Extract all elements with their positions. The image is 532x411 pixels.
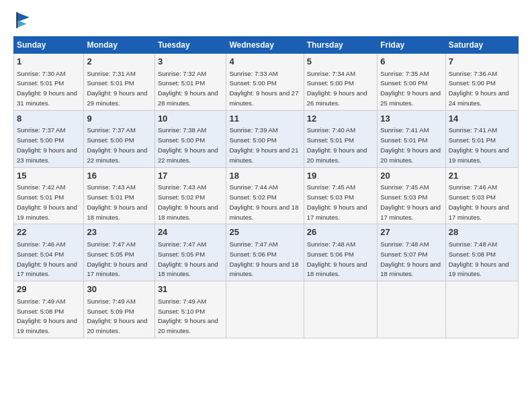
calendar-body: 1Sunrise: 7:30 AMSunset: 5:01 PMDaylight… bbox=[14, 54, 519, 338]
day-cell-27: 27Sunrise: 7:48 AMSunset: 5:07 PMDayligh… bbox=[378, 224, 445, 281]
day-info: Sunrise: 7:32 AMSunset: 5:01 PMDaylight:… bbox=[158, 70, 218, 107]
week-row-4: 22Sunrise: 7:46 AMSunset: 5:04 PMDayligh… bbox=[14, 224, 519, 281]
day-number: 3 bbox=[158, 56, 224, 68]
day-number: 23 bbox=[87, 226, 151, 238]
day-info: Sunrise: 7:39 AMSunset: 5:00 PMDaylight:… bbox=[229, 126, 298, 163]
week-row-3: 15Sunrise: 7:42 AMSunset: 5:01 PMDayligh… bbox=[14, 167, 519, 224]
weekday-header-row: Sunday Monday Tuesday Wednesday Thursday… bbox=[14, 37, 519, 54]
header bbox=[13, 11, 519, 30]
day-cell-31: 31Sunrise: 7:49 AMSunset: 5:10 PMDayligh… bbox=[154, 281, 226, 338]
day-number: 29 bbox=[17, 283, 81, 295]
day-number: 14 bbox=[449, 113, 515, 125]
day-info: Sunrise: 7:49 AMSunset: 5:10 PMDaylight:… bbox=[158, 298, 218, 334]
day-cell-25: 25Sunrise: 7:47 AMSunset: 5:06 PMDayligh… bbox=[226, 224, 304, 281]
day-info: Sunrise: 7:34 AMSunset: 5:00 PMDaylight:… bbox=[307, 70, 367, 107]
day-cell-8: 8Sunrise: 7:37 AMSunset: 5:00 PMDaylight… bbox=[14, 110, 84, 167]
logo-icon bbox=[13, 11, 32, 30]
day-number: 19 bbox=[307, 170, 374, 182]
day-info: Sunrise: 7:35 AMSunset: 5:00 PMDaylight:… bbox=[380, 70, 441, 107]
day-number: 17 bbox=[158, 170, 224, 182]
day-cell-17: 17Sunrise: 7:43 AMSunset: 5:02 PMDayligh… bbox=[154, 167, 226, 224]
day-number: 30 bbox=[87, 283, 151, 295]
week-row-5: 29Sunrise: 7:49 AMSunset: 5:08 PMDayligh… bbox=[14, 281, 519, 338]
day-cell-empty bbox=[226, 281, 304, 338]
day-info: Sunrise: 7:48 AMSunset: 5:07 PMDaylight:… bbox=[380, 240, 441, 277]
day-cell-5: 5Sunrise: 7:34 AMSunset: 5:00 PMDaylight… bbox=[304, 54, 377, 111]
day-cell-12: 12Sunrise: 7:40 AMSunset: 5:01 PMDayligh… bbox=[304, 110, 377, 167]
day-info: Sunrise: 7:30 AMSunset: 5:01 PMDaylight:… bbox=[17, 70, 77, 107]
day-info: Sunrise: 7:43 AMSunset: 5:01 PMDaylight:… bbox=[87, 183, 147, 220]
day-info: Sunrise: 7:45 AMSunset: 5:03 PMDaylight:… bbox=[380, 183, 441, 220]
header-tuesday: Tuesday bbox=[154, 37, 226, 54]
day-info: Sunrise: 7:48 AMSunset: 5:06 PMDaylight:… bbox=[307, 240, 367, 277]
day-number: 5 bbox=[307, 56, 374, 68]
day-info: Sunrise: 7:49 AMSunset: 5:09 PMDaylight:… bbox=[87, 298, 147, 334]
day-info: Sunrise: 7:47 AMSunset: 5:05 PMDaylight:… bbox=[158, 240, 218, 277]
day-cell-empty bbox=[445, 281, 518, 338]
day-info: Sunrise: 7:44 AMSunset: 5:02 PMDaylight:… bbox=[229, 183, 298, 220]
day-cell-18: 18Sunrise: 7:44 AMSunset: 5:02 PMDayligh… bbox=[226, 167, 304, 224]
day-cell-9: 9Sunrise: 7:37 AMSunset: 5:00 PMDaylight… bbox=[84, 110, 154, 167]
header-sunday: Sunday bbox=[14, 37, 84, 54]
day-number: 15 bbox=[17, 170, 81, 182]
day-info: Sunrise: 7:41 AMSunset: 5:01 PMDaylight:… bbox=[380, 126, 441, 163]
day-cell-3: 3Sunrise: 7:32 AMSunset: 5:01 PMDaylight… bbox=[154, 54, 226, 111]
day-cell-19: 19Sunrise: 7:45 AMSunset: 5:03 PMDayligh… bbox=[304, 167, 377, 224]
day-number: 22 bbox=[17, 226, 81, 238]
header-wednesday: Wednesday bbox=[226, 37, 304, 54]
day-number: 26 bbox=[307, 226, 374, 238]
day-cell-empty bbox=[304, 281, 377, 338]
svg-rect-3 bbox=[16, 12, 17, 28]
day-cell-1: 1Sunrise: 7:30 AMSunset: 5:01 PMDaylight… bbox=[14, 54, 84, 111]
day-number: 12 bbox=[307, 113, 374, 125]
day-info: Sunrise: 7:41 AMSunset: 5:01 PMDaylight:… bbox=[449, 126, 509, 163]
day-cell-7: 7Sunrise: 7:36 AMSunset: 5:00 PMDaylight… bbox=[445, 54, 518, 111]
day-info: Sunrise: 7:45 AMSunset: 5:03 PMDaylight:… bbox=[307, 183, 367, 220]
day-cell-11: 11Sunrise: 7:39 AMSunset: 5:00 PMDayligh… bbox=[226, 110, 304, 167]
day-info: Sunrise: 7:47 AMSunset: 5:06 PMDaylight:… bbox=[229, 240, 298, 277]
day-cell-16: 16Sunrise: 7:43 AMSunset: 5:01 PMDayligh… bbox=[84, 167, 154, 224]
day-number: 18 bbox=[229, 170, 300, 182]
header-saturday: Saturday bbox=[445, 37, 518, 54]
day-info: Sunrise: 7:37 AMSunset: 5:00 PMDaylight:… bbox=[87, 126, 147, 163]
week-row-2: 8Sunrise: 7:37 AMSunset: 5:00 PMDaylight… bbox=[14, 110, 519, 167]
day-cell-24: 24Sunrise: 7:47 AMSunset: 5:05 PMDayligh… bbox=[154, 224, 226, 281]
day-info: Sunrise: 7:49 AMSunset: 5:08 PMDaylight:… bbox=[17, 298, 77, 334]
day-info: Sunrise: 7:46 AMSunset: 5:03 PMDaylight:… bbox=[449, 183, 509, 220]
day-info: Sunrise: 7:31 AMSunset: 5:01 PMDaylight:… bbox=[87, 70, 147, 107]
day-number: 27 bbox=[380, 226, 442, 238]
day-cell-10: 10Sunrise: 7:38 AMSunset: 5:00 PMDayligh… bbox=[154, 110, 226, 167]
day-cell-26: 26Sunrise: 7:48 AMSunset: 5:06 PMDayligh… bbox=[304, 224, 377, 281]
day-info: Sunrise: 7:46 AMSunset: 5:04 PMDaylight:… bbox=[17, 240, 77, 277]
day-cell-23: 23Sunrise: 7:47 AMSunset: 5:05 PMDayligh… bbox=[84, 224, 154, 281]
day-number: 7 bbox=[449, 56, 515, 68]
header-friday: Friday bbox=[378, 37, 445, 54]
day-info: Sunrise: 7:48 AMSunset: 5:08 PMDaylight:… bbox=[449, 240, 509, 277]
day-number: 25 bbox=[229, 226, 300, 238]
day-number: 21 bbox=[449, 170, 515, 182]
day-number: 31 bbox=[158, 283, 224, 295]
day-info: Sunrise: 7:38 AMSunset: 5:00 PMDaylight:… bbox=[158, 126, 218, 163]
header-thursday: Thursday bbox=[304, 37, 377, 54]
day-number: 16 bbox=[87, 170, 151, 182]
day-cell-empty bbox=[378, 281, 445, 338]
day-info: Sunrise: 7:43 AMSunset: 5:02 PMDaylight:… bbox=[158, 183, 218, 220]
day-cell-28: 28Sunrise: 7:48 AMSunset: 5:08 PMDayligh… bbox=[445, 224, 518, 281]
day-cell-14: 14Sunrise: 7:41 AMSunset: 5:01 PMDayligh… bbox=[445, 110, 518, 167]
day-info: Sunrise: 7:33 AMSunset: 5:00 PMDaylight:… bbox=[229, 70, 298, 107]
day-number: 28 bbox=[449, 226, 515, 238]
day-info: Sunrise: 7:37 AMSunset: 5:00 PMDaylight:… bbox=[17, 126, 77, 163]
day-cell-6: 6Sunrise: 7:35 AMSunset: 5:00 PMDaylight… bbox=[378, 54, 445, 111]
day-info: Sunrise: 7:42 AMSunset: 5:01 PMDaylight:… bbox=[17, 183, 77, 220]
day-number: 4 bbox=[229, 56, 300, 68]
day-number: 2 bbox=[87, 56, 151, 68]
day-number: 1 bbox=[17, 56, 81, 68]
day-info: Sunrise: 7:36 AMSunset: 5:00 PMDaylight:… bbox=[449, 70, 509, 107]
day-cell-15: 15Sunrise: 7:42 AMSunset: 5:01 PMDayligh… bbox=[14, 167, 84, 224]
day-cell-30: 30Sunrise: 7:49 AMSunset: 5:09 PMDayligh… bbox=[84, 281, 154, 338]
day-cell-20: 20Sunrise: 7:45 AMSunset: 5:03 PMDayligh… bbox=[378, 167, 445, 224]
page-container: Sunday Monday Tuesday Wednesday Thursday… bbox=[0, 0, 532, 411]
header-monday: Monday bbox=[84, 37, 154, 54]
day-number: 11 bbox=[229, 113, 300, 125]
day-number: 24 bbox=[158, 226, 224, 238]
